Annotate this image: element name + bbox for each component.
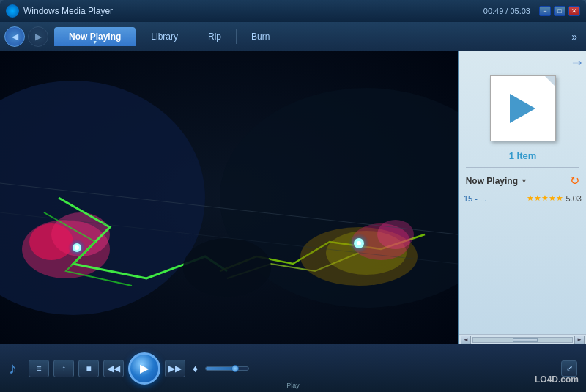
- tab-rip[interactable]: Rip: [193, 27, 236, 46]
- refresh-button[interactable]: ↻: [570, 174, 579, 188]
- play-label: Play: [286, 382, 300, 389]
- watermark: LO4D.com: [535, 374, 579, 385]
- dropdown-arrow-icon: ▼: [521, 177, 527, 185]
- minimize-button[interactable]: −: [539, 6, 551, 16]
- nav-bar: ◀ ▶ Now Playing Library Rip Burn »: [0, 22, 586, 51]
- transport-controls: ≡ ↑ ■ ◀◀ ▶ ▶▶ ♦: [29, 352, 561, 385]
- album-play-icon: [510, 94, 535, 123]
- up-button[interactable]: ↑: [53, 360, 74, 377]
- close-button[interactable]: ✕: [568, 6, 580, 16]
- volume-icon: ♦: [193, 363, 198, 374]
- panel-divider: [466, 167, 580, 168]
- visualization-canvas: [0, 51, 458, 344]
- track-row: 15 - ... ★★★★★ 5.03: [459, 191, 586, 206]
- more-tabs-button[interactable]: »: [567, 31, 582, 42]
- scroll-track: [472, 337, 573, 343]
- music-note-icon[interactable]: ♪: [9, 359, 17, 378]
- nav-tabs: Now Playing Library Rip Burn: [54, 27, 567, 46]
- time-display: 00:49 / 05:03: [483, 7, 530, 15]
- main-content: ⇒ 1 Item Now Playing ▼ ↻ 15 - ... ★★★★★ …: [0, 51, 586, 344]
- svg-point-5: [29, 223, 73, 260]
- track-name: 15 - ...: [464, 194, 524, 203]
- play-button[interactable]: ▶: [128, 352, 160, 385]
- track-rating: ★★★★★: [527, 193, 563, 203]
- svg-point-12: [377, 220, 414, 249]
- right-panel: ⇒ 1 Item Now Playing ▼ ↻ 15 - ... ★★★★★ …: [458, 51, 586, 344]
- panel-arrow-icon[interactable]: ⇒: [572, 56, 582, 70]
- scroll-thumb[interactable]: [513, 338, 538, 342]
- wmp-logo-icon: [6, 4, 19, 18]
- panel-scrollbar: ◄ ►: [459, 334, 586, 344]
- tab-library[interactable]: Library: [136, 27, 193, 46]
- now-playing-dropdown[interactable]: Now Playing ▼: [466, 176, 527, 186]
- next-button[interactable]: ▶▶: [165, 360, 185, 377]
- prev-button[interactable]: ◀◀: [103, 360, 124, 377]
- volume-thumb: [231, 365, 239, 372]
- svg-point-16: [183, 238, 271, 297]
- svg-point-8: [75, 245, 79, 250]
- panel-scrollbar-area: ◄ ►: [459, 206, 586, 344]
- title-bar: Windows Media Player 00:49 / 05:03 − □ ✕: [0, 0, 586, 22]
- forward-button[interactable]: ▶: [28, 26, 48, 47]
- item-count: 1 Item: [509, 150, 537, 161]
- album-art: [490, 75, 556, 141]
- volume-slider[interactable]: [205, 366, 249, 371]
- now-playing-text: Now Playing: [466, 176, 518, 186]
- tab-burn[interactable]: Burn: [237, 27, 284, 46]
- back-button[interactable]: ◀: [4, 26, 25, 47]
- menu-button[interactable]: ≡: [29, 360, 49, 377]
- window-controls: − □ ✕: [539, 6, 580, 16]
- stop-button[interactable]: ■: [78, 360, 99, 377]
- track-duration: 5.03: [566, 194, 582, 203]
- tab-now-playing[interactable]: Now Playing: [54, 27, 136, 46]
- visualization-area: [0, 51, 458, 344]
- svg-point-15: [357, 241, 361, 245]
- transport-bar: ♪ ≡ ↑ ■ ◀◀ ▶ ▶▶ ♦ ⤢ Play LO4D.com: [0, 344, 586, 392]
- scroll-left-button[interactable]: ◄: [461, 336, 471, 344]
- app-title: Windows Media Player: [23, 6, 483, 16]
- scroll-right-button[interactable]: ►: [574, 336, 585, 344]
- maximize-button[interactable]: □: [554, 6, 565, 16]
- corner-fold: [545, 76, 555, 86]
